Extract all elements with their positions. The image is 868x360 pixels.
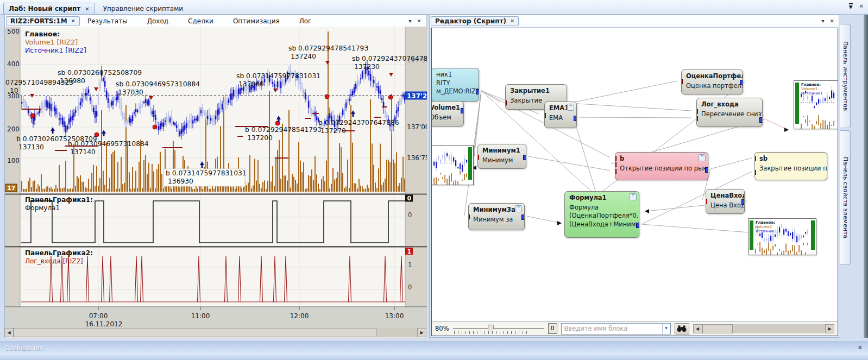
block-subtitle: (ЦенаВхода+МинимумЗа) — [569, 220, 636, 229]
block-subtitle: Цена Входа — [710, 201, 741, 210]
input-port[interactable]: ▶ — [706, 199, 707, 204]
output-port[interactable] — [574, 116, 577, 121]
block-minimumza[interactable]: МинимумЗаМинимум за^▶ — [468, 203, 525, 230]
input-port[interactable]: ▶ — [505, 100, 507, 105]
collapse-icon[interactable]: ^ — [567, 104, 574, 111]
window-list-icon[interactable]: ▼ — [849, 3, 853, 10]
input-port[interactable]: ▶ — [468, 214, 470, 219]
zoom-slider[interactable] — [453, 323, 544, 334]
zoom-value-box[interactable]: 0 — [548, 323, 557, 334]
messages-close-icon[interactable]: ✕ — [858, 344, 863, 351]
close-icon[interactable]: ✕ — [71, 18, 76, 24]
window-close-icon[interactable]: ✕ — [859, 3, 864, 10]
trade-annotation: b 0.0729243707647886 — [318, 119, 399, 127]
input-port[interactable]: ▶ — [544, 112, 546, 118]
window-bottom-edge — [0, 353, 868, 360]
tab-menu-icon[interactable]: ▾ — [409, 18, 412, 24]
input-port[interactable]: ▶ — [754, 169, 756, 175]
sidebar-tab-properties[interactable]: Панель свойств элемента — [840, 130, 851, 265]
script-editor-panel: Редактор (Скрипт) ✕ ▾ ✕ ник1RITYм_ДЕМО:R… — [429, 15, 839, 338]
block-sb[interactable]: sbЗакрытие позиции по stop-los▶▶ — [754, 152, 827, 180]
window-tab-1[interactable]: Управление скриптами — [98, 3, 188, 14]
scroll-thumb[interactable] — [14, 328, 376, 337]
tab-Сделки[interactable]: Сделки — [188, 17, 213, 26]
output-port[interactable] — [759, 117, 763, 123]
block-source[interactable]: ник1RITYм_ДЕМО:RIZ2 — [432, 68, 479, 102]
time-axis-tick: 12:00 — [290, 312, 309, 320]
output-port[interactable] — [636, 223, 639, 228]
output-port[interactable] — [705, 167, 708, 173]
input-port[interactable]: ▶ — [681, 79, 683, 84]
block-subtitle: ник1 — [436, 71, 475, 79]
window-controls: ▼ ✕ — [849, 3, 864, 10]
dropdown-arrow-icon[interactable]: ▾ — [662, 324, 670, 334]
block-volume1[interactable]: Volume1Объем — [432, 101, 464, 127]
block-b[interactable]: bОткрытие позиции по рынку^▶▶▶ — [615, 152, 708, 180]
tab-editor-script[interactable]: Редактор (Скрипт) ✕ — [431, 16, 519, 26]
active-tab-label: RIZ2:FORTS:1M — [10, 17, 67, 25]
input-port[interactable]: ▶ — [696, 109, 698, 114]
editor-hscrollbar[interactable]: ◀ ▶ — [693, 324, 834, 333]
tab-Оптимизация[interactable]: Оптимизация — [233, 17, 280, 26]
thumb-top-right[interactable]: Главное:Volume1Источник1 — [794, 80, 838, 129]
input-port[interactable]: ▶ — [477, 154, 479, 160]
window-tab-strip: Лаб: Новый скрипт✕Управление скриптами — [0, 0, 868, 15]
input-port[interactable]: ▶ — [615, 168, 617, 174]
trade-annotation: b 0.072929478541793 — [245, 126, 322, 134]
close-icon[interactable]: ✕ — [85, 6, 89, 12]
block-subtitle: Пересечение снизу — [701, 110, 759, 119]
block-title: Минимум1 — [482, 147, 523, 155]
block-title: sb — [759, 155, 823, 163]
collapse-icon[interactable]: ^ — [699, 154, 706, 161]
output-port[interactable] — [740, 80, 743, 85]
panel-close-icon[interactable]: ✕ — [417, 18, 422, 24]
collapse-icon[interactable]: ^ — [630, 193, 637, 200]
sidebar-tab-toolbox[interactable]: Панель инструментов — [840, 24, 851, 128]
panel1-title: ПанельГрафика1: — [25, 196, 93, 204]
block-minimum1[interactable]: Минимум1Минимум▶ — [477, 144, 526, 169]
tab-Результаты[interactable]: Результаты — [87, 17, 128, 26]
tab-RIZ2:FORTS:1M[interactable]: RIZ2:FORTS:1M✕ — [6, 16, 80, 26]
output-port[interactable] — [461, 108, 464, 113]
thumb-bottom-right[interactable]: Главное:Volume1Источник1 — [748, 218, 816, 255]
block-portfolio-score[interactable]: ОценкаПортфеляОценка портфеля▶ — [681, 70, 743, 94]
tab-Доход[interactable]: Доход — [147, 17, 168, 26]
scroll-thumb[interactable] — [702, 324, 733, 333]
block-cena-vhoda[interactable]: ЦенаВходаЦена Входа▶ — [706, 189, 745, 214]
output-port[interactable] — [523, 155, 526, 160]
input-port[interactable]: ▶ — [615, 155, 617, 161]
thumb-left[interactable] — [432, 145, 474, 185]
input-port[interactable]: ▶ — [754, 156, 756, 161]
current-volume-label: 17 — [7, 185, 15, 192]
trade-annotation: sb 0.0730260752508709 — [58, 69, 142, 77]
window-tab-label: Управление скриптами — [103, 5, 183, 12]
find-block-button[interactable] — [675, 323, 689, 334]
tab-menu-icon[interactable]: ▾ — [822, 18, 825, 24]
scroll-left-icon[interactable]: ◀ — [693, 324, 702, 333]
messages-bar[interactable]: Сообщения ✕ — [0, 342, 868, 353]
script-canvas[interactable]: ник1RITYм_ДЕМО:RIZ2Закрытие1Закрытие▶Оце… — [432, 28, 838, 321]
close-icon[interactable]: ✕ — [510, 18, 514, 24]
scroll-left-icon[interactable]: ◀ — [4, 328, 14, 337]
collapse-icon[interactable]: ^ — [515, 205, 522, 212]
output-port[interactable] — [741, 199, 745, 205]
right-axis-tick: 136'750 — [407, 154, 427, 162]
price-chart[interactable]: 500400300200100137'500137'000136'750137'… — [5, 27, 427, 338]
output-port[interactable] — [476, 89, 479, 94]
window-tab-0[interactable]: Лаб: Новый скрипт✕ — [3, 3, 95, 14]
tab-Лог[interactable]: Лог — [299, 17, 312, 26]
panel-close-icon[interactable]: ✕ — [830, 18, 834, 24]
input-port[interactable]: ▶ — [615, 162, 617, 167]
block-search-input[interactable] — [562, 324, 662, 334]
output-port[interactable] — [521, 214, 525, 220]
input-port[interactable]: ▶ — [696, 116, 698, 121]
scroll-right-icon[interactable]: ▶ — [825, 324, 834, 333]
scroll-track[interactable] — [376, 328, 417, 337]
scroll-right-icon[interactable]: ▶ — [417, 328, 426, 337]
block-formula1[interactable]: Формула1Формула(ОценкаПортфеля*0.01)/(Це… — [564, 191, 639, 238]
chart-hscrollbar[interactable]: ◀ ▶ — [4, 328, 426, 337]
block-log-vhoda[interactable]: Лог_входаПересечение снизу▶▶ — [696, 98, 763, 127]
scroll-track[interactable] — [733, 324, 825, 333]
block-ema1[interactable]: EMA1EMA^▶ — [544, 102, 577, 128]
left-axis-tick: 200 — [7, 125, 20, 133]
